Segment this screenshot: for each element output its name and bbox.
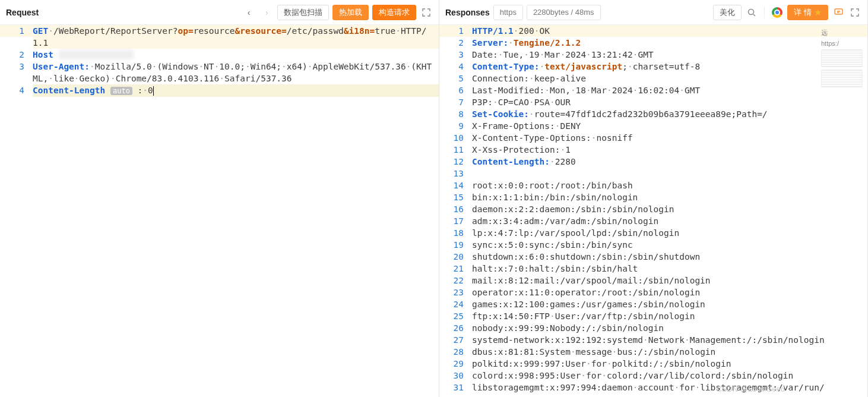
code-line[interactable]: 17adm:x:3:4:adm:/var/adm:/sbin/nologin [439,215,867,227]
gutter-number: 31 [439,382,472,393]
code-content[interactable]: libstoragemgmt:x:997:994:daemon·account·… [472,382,867,393]
response-editor[interactable]: 1HTTP/1.1·200·OK2Server:·Tengine/2.1.23D… [439,25,867,397]
nav-back-icon[interactable]: ‹ [242,5,256,20]
code-content[interactable]: Last-Modified:·Mon,·18·Mar·2024·16:02:04… [472,84,867,96]
code-content[interactable]: polkitd:x:999:997:User·for·polkitd:/:/sb… [472,358,867,370]
code-line[interactable]: 4Content-Length auto :·0 [0,84,439,97]
code-line[interactable]: 24games:x:12:100:games:/usr/games:/sbin/… [439,298,867,310]
code-line[interactable]: 13 [439,168,867,179]
gutter-number: 27 [439,334,472,346]
chat-icon[interactable] [832,6,845,19]
code-line[interactable]: 9X-Frame-Options:·DENY [439,120,867,132]
code-line[interactable]: 31libstoragemgmt:x:997:994:daemon·accoun… [439,382,867,393]
code-line[interactable]: 10X-Content-Type-Options:·nosniff [439,132,867,144]
gutter-number: 16 [439,203,472,215]
code-line[interactable]: 2Host xxxxxxxxxxxxxx [0,49,439,61]
code-line[interactable]: 14root:x:0:0:root:/root:/bin/bash [439,179,867,191]
code-line[interactable]: 29polkitd:x:999:997:User·for·polkitd:/:/… [439,358,867,370]
code-line[interactable]: 3Date:·Tue,·19·Mar·2024·13:21:42·GMT [439,49,867,61]
gutter-number: 4 [0,84,33,96]
code-line[interactable]: 28dbus:x:81:81:System·message·bus:/:/sbi… [439,346,867,358]
beautify-button[interactable]: 美化 [713,5,742,20]
code-content[interactable]: adm:x:3:4:adm:/var/adm:/sbin/nologin [472,215,867,227]
code-content[interactable]: ftp:x:14:50:FTP·User:/var/ftp:/sbin/nolo… [472,310,867,322]
code-line[interactable]: 12Content-Length:·2280 [439,156,867,168]
minimap[interactable] [821,49,863,67]
gutter-number: 5 [439,73,472,84]
gutter-number: 24 [439,298,472,310]
expand-response-icon[interactable] [848,6,861,19]
gutter-number: 28 [439,346,472,358]
code-content[interactable]: Set-Cookie:·route=47fdf1dc2fad232b09b6a3… [472,108,867,120]
code-line[interactable]: 5Connection:·keep-alive [439,73,867,84]
code-line[interactable]: 16daemon:x:2:2:daemon:/sbin:/sbin/nologi… [439,203,867,215]
code-line[interactable]: 22mail:x:8:12:mail:/var/spool/mail:/sbin… [439,275,867,286]
code-line[interactable]: 1HTTP/1.1·200·OK [439,25,867,37]
code-line[interactable]: 25ftp:x:14:50:FTP·User:/var/ftp:/sbin/no… [439,310,867,322]
code-content[interactable]: halt:x:7:0:halt:/sbin:/sbin/halt [472,263,867,275]
code-content[interactable]: operator:x:11:0:operator:/root:/sbin/nol… [472,286,867,298]
code-content[interactable]: Content-Length:·2280 [472,156,867,168]
code-line[interactable]: 20shutdown:x:6:0:shutdown:/sbin:/sbin/sh… [439,251,867,263]
code-content[interactable]: HTTP/1.1·200·OK [472,25,867,37]
detail-button[interactable]: 详 情★ [787,5,828,20]
code-content[interactable]: mail:x:8:12:mail:/var/spool/mail:/sbin/n… [472,275,867,286]
code-content[interactable]: X-Content-Type-Options:·nosniff [472,132,867,144]
search-icon[interactable] [745,6,758,19]
code-line[interactable]: 27systemd-network:x:192:192:systemd·Netw… [439,334,867,346]
code-content[interactable]: bin:x:1:1:bin:/bin:/sbin/nologin [472,191,867,203]
code-line[interactable]: 6Last-Modified:·Mon,·18·Mar·2024·16:02:0… [439,84,867,96]
gutter-number: 17 [439,215,472,227]
code-content[interactable]: shutdown:x:6:0:shutdown:/sbin:/sbin/shut… [472,251,867,263]
request-editor[interactable]: 1GET·/WebReport/ReportServer?op=resource… [0,25,439,397]
scan-button[interactable]: 数据包扫描 [277,5,329,20]
proto-pill: https [493,5,523,20]
code-content[interactable]: colord:x:998:995:User·for·colord:/var/li… [472,370,867,382]
minimap-2[interactable] [821,70,863,87]
code-content[interactable]: X-Frame-Options:·DENY [472,120,867,132]
code-content[interactable]: games:x:12:100:games:/usr/games:/sbin/no… [472,298,867,310]
code-line[interactable]: 19sync:x:5:0:sync:/sbin:/bin/sync [439,239,867,251]
code-line[interactable]: 8Set-Cookie:·route=47fdf1dc2fad232b09b6a… [439,108,867,120]
response-toolbar: Responses https 2280bytes / 48ms 美化 详 情★ [439,0,867,25]
code-content[interactable]: nobody:x:99:99:Nobody:/:/sbin/nologin [472,322,867,334]
code-line[interactable]: 15bin:x:1:1:bin:/bin:/sbin/nologin [439,191,867,203]
code-content[interactable]: P3P:·CP=CAO·PSA·OUR [472,96,867,108]
code-content[interactable]: Server:·Tengine/2.1.2 [472,37,867,49]
code-line[interactable]: 4Content-Type:·text/javascript;·charset=… [439,61,867,73]
code-content[interactable]: X-Xss-Protection:·1 [472,144,867,156]
code-line[interactable]: 21halt:x:7:0:halt:/sbin:/sbin/halt [439,263,867,275]
nav-forward-icon[interactable]: › [259,5,274,20]
code-content[interactable]: daemon:x:2:2:daemon:/sbin:/sbin/nologin [472,203,867,215]
code-line[interactable]: 30colord:x:998:995:User·for·colord:/var/… [439,370,867,382]
code-content[interactable]: dbus:x:81:81:System·message·bus:/:/sbin/… [472,346,867,358]
code-content[interactable]: User-Agent:·Mozilla/5.0·(Windows·NT·10.0… [33,61,439,84]
code-content[interactable]: systemd-network:x:192:192:systemd·Networ… [472,334,867,346]
code-content[interactable]: Content-Length auto :·0 [33,84,439,97]
code-content[interactable]: GET·/WebReport/ReportServer?op=resource&… [33,25,439,49]
code-content[interactable]: Date:·Tue,·19·Mar·2024·13:21:42·GMT [472,49,867,61]
gutter-number: 1 [0,25,33,37]
gutter-number: 3 [0,61,33,73]
hotload-button[interactable]: 热加载 [332,5,369,20]
code-line[interactable]: 18lp:x:4:7:lp:/var/spool/lpd:/sbin/nolog… [439,227,867,239]
code-line[interactable]: 7P3P:·CP=CAO·PSA·OUR [439,96,867,108]
code-line[interactable]: 11X-Xss-Protection:·1 [439,144,867,156]
gutter-number: 23 [439,286,472,298]
code-line[interactable]: 23operator:x:11:0:operator:/root:/sbin/n… [439,286,867,298]
code-content[interactable]: sync:x:5:0:sync:/sbin:/bin/sync [472,239,867,251]
code-line[interactable]: 2Server:·Tengine/2.1.2 [439,37,867,49]
build-request-button[interactable]: 构造请求 [372,5,416,20]
chrome-icon[interactable] [771,6,784,19]
code-line[interactable]: 26nobody:x:99:99:Nobody:/:/sbin/nologin [439,322,867,334]
star-icon: ★ [814,7,822,18]
code-line[interactable]: 1GET·/WebReport/ReportServer?op=resource… [0,25,439,49]
code-content[interactable]: lp:x:4:7:lp:/var/spool/lpd:/sbin/nologin [472,227,867,239]
gutter-number: 14 [439,179,472,191]
code-content[interactable]: Connection:·keep-alive [472,73,867,84]
code-line[interactable]: 3User-Agent:·Mozilla/5.0·(Windows·NT·10.… [0,61,439,84]
code-content[interactable]: Host xxxxxxxxxxxxxx [33,49,439,61]
code-content[interactable]: Content-Type:·text/javascript;·charset=u… [472,61,867,73]
expand-icon[interactable] [420,6,433,19]
code-content[interactable]: root:x:0:0:root:/root:/bin/bash [472,179,867,191]
